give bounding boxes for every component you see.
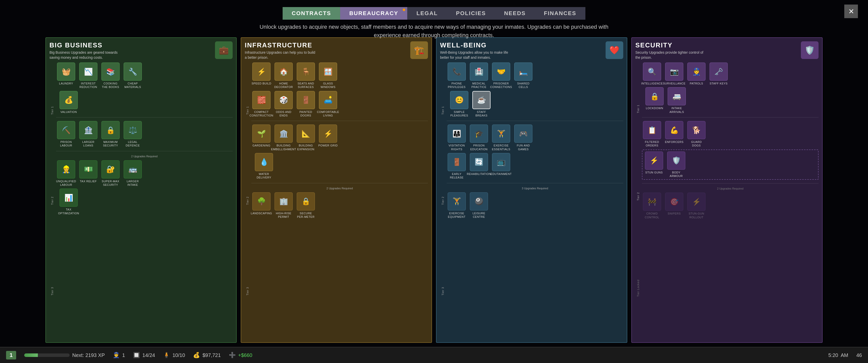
upgrade-interest-reduction[interactable]: 📉 INTEREST REDUCTION [78,63,98,89]
upgrade-secure-perimeter[interactable]: 🔒 SECURE PER-METER [296,192,316,219]
upgrade-icon-prison-education: 🎓 [470,125,488,143]
upgrade-landscaping[interactable]: 🌳 LANDSCAPING [251,192,272,219]
upgrade-cheap-materials[interactable]: 🔧 CHEAP MATERIALS [123,63,143,89]
tab-policies[interactable]: POLICIES [447,7,495,20]
upgrade-building-expansion[interactable]: 📐 BUILDING EXPANSION [296,125,316,151]
upgrade-icon-filtered-orders: 📋 [643,121,661,139]
upgrade-prison-labour[interactable]: ⛏️ PRISON LABOUR [56,121,76,147]
upgrade-legal-defence[interactable]: ⚖️ LEGAL DEFENCE [123,121,143,147]
upgrade-icon-compact-construction: 🧱 [252,91,271,109]
close-button[interactable]: ✕ [844,4,858,18]
upgrade-power-grid[interactable]: ⚡ POWER GRID [318,125,338,151]
upgrade-icon-surveillance: 📷 [665,63,683,81]
upgrade-stun-guns[interactable]: ⚡ STUN GUNS [644,152,664,178]
upgrade-comfortable-living[interactable]: 🛋️ COMFORTABLE LIVING [318,91,338,118]
top-nav: CONTRACTS BUREAUCRACY LEGAL POLICIES NEE… [283,7,585,20]
upgrade-icon-enforcers: 💪 [665,121,683,139]
upgrade-body-armour[interactable]: 🛡️ BODY ARMOUR [666,152,686,178]
upgrade-speed-build[interactable]: ⚡ SPEED BUILD [251,63,272,89]
upgrade-unqualified-labour[interactable]: 👷 UNQUALIFIED LABOUR [56,160,76,187]
upgrade-icon-high-rise: 🏢 [275,192,293,210]
upgrade-glass-windows[interactable]: 🪟 GLASS WINDOWS [318,63,338,89]
upgrade-icon-intake-arrivals: 🚐 [668,87,686,105]
tab-legal[interactable]: LEGAL [407,7,447,20]
cat-header-inf: INFRASTRUCTURE Infrastructure Upgrades c… [245,41,428,60]
upgrade-prisoner-connections[interactable]: 🤝 PRISONER CONNECTIONS [491,63,511,89]
upgrade-lockdown[interactable]: 🔒 LOCKDOWN [645,87,664,114]
upgrade-exercise-essentials[interactable]: 🏋️ EXERCISE ESSENTIALS [491,125,511,151]
upgrade-visitation-rights[interactable]: 👨‍👩‍👧 VISITATION RIGHTS [446,125,467,151]
upgrade-phone-privileges[interactable]: 📞 PHONE PRIVILEGES [446,63,467,89]
upgrade-label-speed-build: SPEED BUILD [252,82,271,85]
upgrade-stun-gun-rollout[interactable]: ⚡ STUN-GUN ROLLOUT [686,193,707,219]
upgrade-tax-optimization[interactable]: 📊 TAX OPTIMIZATION [59,189,79,215]
upgrade-super-max[interactable]: 🔐 SUPER-MAX SECURITY [100,160,121,187]
upgrade-snipers[interactable]: 🎯 SNIPERS [664,193,684,219]
upgrade-label-intake-arrivals: INTAKE ARRIVALS [666,106,687,114]
upgrade-label-secure-perimeter: SECURE PER-METER [296,211,316,219]
upgrade-intelligence[interactable]: 🔍 INTELLIGENCE [642,63,662,85]
upgrade-icon-glass-windows: 🪟 [319,63,337,81]
wb-tier2-label: Tier 2 [441,196,444,205]
sec-tier1b-row: 🔒 LOCKDOWN 🚐 INTAKE ARRIVALS [642,87,818,114]
sec-tier3-row: 🚧 CROWD CONTROL 🎯 SNIPERS ⚡ STUN-GUN ROL… [642,193,818,219]
upgrade-label-stun-guns: STUN GUNS [645,171,662,174]
upgrade-crowd-control[interactable]: 🚧 CROWD CONTROL [642,193,662,219]
upgrade-maximum-security[interactable]: 🔒 MAXIMUM SECURITY [100,121,121,147]
money-icon: 💰 [193,352,200,359]
upgrade-larger-intake[interactable]: 🚌 LARGER INTAKE [123,160,143,187]
upgrade-filtered-orders[interactable]: 📋 FILTERED ORDERS [642,121,662,147]
upgrade-fun-games[interactable]: 🎮 FUN AND GAMES [513,125,533,151]
upgrade-tax-relief[interactable]: 💵 TAX RELIEF [78,160,98,187]
tab-needs[interactable]: NEEDS [495,7,535,20]
upgrade-icon-stun-gun-rollout: ⚡ [687,193,706,211]
upgrade-prison-education[interactable]: 🎓 PRISON EDUCATION [469,125,489,151]
upgrade-enforcers[interactable]: 💪 ENFORCERS [664,121,684,147]
upgrade-staff-keys[interactable]: 🗝️ STAFF KEYS [709,63,729,85]
tab-bureaucracy[interactable]: BUREAUCRACY [340,7,407,20]
upgrade-guard-dogs[interactable]: 🐕 GUARD DOGS [686,121,707,147]
upgrade-cooking-books[interactable]: 📚 COOKING THE BOOKS [100,63,121,89]
sec-tier-locked-label: Tier Locked [637,279,640,297]
upgrade-leisure-centre[interactable]: 🎱 LEISURE CENTRE [469,192,489,219]
upgrade-larger-loans[interactable]: 🏦 LARGER LOANS [78,121,98,147]
upgrade-compact-construction[interactable]: 🧱 COMPACT CONSTRUCTION [251,91,272,118]
upgrade-home-decorator[interactable]: 🏠 HOME DECORATOR [274,63,294,89]
sec-tier2b-row: ⚡ STUN GUNS 🛡️ BODY ARMOUR [642,150,818,180]
upgrade-valuation[interactable]: 💰 VALUATION [59,91,79,114]
upgrade-seats-surfaces[interactable]: 🪑 SEATS AND SURFACES [296,63,316,89]
tab-contracts[interactable]: CONTRACTS [283,7,340,20]
upgrade-icon-home-decorator: 🏠 [275,63,293,81]
cat-icon-bb: 💼 [215,41,232,59]
upgrade-edutainment[interactable]: 📺 EDUTAINMENT [491,153,511,179]
upgrade-intake-arrivals[interactable]: 🚐 INTAKE ARRIVALS [666,87,687,114]
upgrade-label-home-decorator: HOME DECORATOR [274,82,294,89]
wb-tier-labels: Tier 1 Tier 2 Tier 3 [440,63,445,339]
upgrade-early-release[interactable]: 🚪 EARLY RELEASE [446,153,467,179]
upgrade-shared-cells[interactable]: 🛏️ SHARED CELLS [513,63,533,89]
upgrade-high-rise[interactable]: 🏢 HIGH-RISE PERMIT [274,192,294,219]
upgrade-medical-practice[interactable]: 🏥 MEDICAL PRACTICE [469,63,489,89]
upgrade-painted-doors[interactable]: 🚪 PAINTED DOORS [296,91,316,118]
upgrade-staff-breaks[interactable]: ☕ STAFF BREAKS [471,91,492,118]
upgrade-rehabilitation[interactable]: 🔄 REHABILITATION [469,153,489,179]
upgrade-laundry[interactable]: 🧺 LAUNDRY [56,63,76,89]
upgrade-icon-early-release: 🚪 [447,153,466,171]
upgrade-label-exercise-essentials: EXERCISE ESSENTIALS [491,144,511,151]
upgrade-water-delivery[interactable]: 💧 WATER DELIVERY [254,153,274,179]
upgrade-label-maximum-security: MAXIMUM SECURITY [100,140,121,147]
upgrade-label-phone-privileges: PHONE PRIVILEGES [446,82,467,89]
upgrade-surveillance[interactable]: 📷 SURVEILLANCE [664,63,684,85]
upgrade-gardening[interactable]: 🌱 GARDENING [251,125,272,151]
upgrade-exercise-equipment[interactable]: 🏋️ EXERCISE EQUIPMENT [446,192,467,219]
tab-finances[interactable]: FINANCES [535,7,585,20]
bb-tier2-row: ⛏️ PRISON LABOUR 🏦 LARGER LOANS 🔒 MAXIMU… [56,121,232,147]
inf-tier1-label: Tier 1 [246,106,249,115]
upgrade-odds-ends[interactable]: 🎲 ODDS AND ENDS [274,91,294,118]
upgrade-patrols[interactable]: 👮 PATROLS [686,63,707,85]
upgrade-building-embellishment[interactable]: 🏛️ BUILDING EMBELLISHMENT [274,125,294,151]
upgrade-simple-pleasures[interactable]: 😊 SIMPLE PLEASURES [449,91,469,118]
upgrade-icon-patrols: 👮 [687,63,706,81]
status-bar: 1 Next: 2193 XP 👮 1 🔲 14/24 🧍 10/10 💰 $9… [0,347,868,363]
upgrade-label-patrols: PATROLS [690,82,703,85]
